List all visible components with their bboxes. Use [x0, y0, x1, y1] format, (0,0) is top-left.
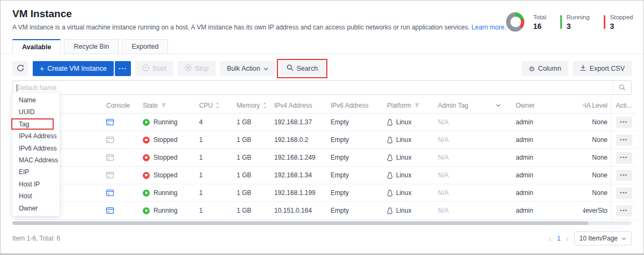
cell-cpu: 1: [199, 184, 237, 201]
stat-total: Total16: [533, 13, 546, 31]
stat-items: Total16Running3Stopped3Other0Recycle Bin…: [533, 10, 644, 34]
row-actions-button[interactable]: •••: [616, 117, 632, 128]
table-row: Running 4 1 GB 192.168.1.37 Empty Linux …: [12, 114, 636, 131]
input-search-icon[interactable]: [613, 83, 631, 92]
sort-icon[interactable]: [216, 102, 219, 109]
more-actions-button[interactable]: ···: [115, 61, 131, 76]
dropdown-item-host[interactable]: Host: [12, 190, 60, 202]
dropdown-item-eip[interactable]: EIP: [12, 166, 60, 178]
cell-platform: Linux: [387, 149, 438, 166]
filter-icon[interactable]: [161, 103, 166, 108]
search-input-wrapper[interactable]: [12, 80, 632, 95]
console-icon[interactable]: [106, 207, 114, 214]
page-title: VM Instance: [12, 8, 506, 20]
cell-platform: Linux: [387, 114, 438, 131]
search-row: [1, 80, 643, 95]
table-footer: Item 1-6, Total: 6 ‹ 1 › 10 Item/Page: [1, 231, 643, 245]
cell-ha-level: None: [583, 114, 611, 131]
state-icon: [143, 207, 150, 214]
console-icon[interactable]: [106, 190, 114, 196]
prev-page-arrow[interactable]: ‹: [549, 235, 552, 243]
chevron-down-icon[interactable]: [496, 104, 501, 107]
page-number[interactable]: 1: [557, 235, 561, 242]
row-actions-button[interactable]: •••: [616, 134, 632, 146]
table-row: Stopped 1 1 GB 192.168.1.34 Empty Linux …: [12, 167, 636, 184]
cell-console: [106, 184, 143, 201]
cell-console: [106, 114, 143, 131]
next-page-arrow[interactable]: ›: [566, 235, 569, 243]
cell-state: Stopped: [143, 167, 199, 184]
refresh-button[interactable]: [12, 61, 28, 76]
bulk-action-button[interactable]: Bulk Action: [220, 61, 275, 76]
cell-actions: •••: [611, 167, 636, 184]
filter-icon[interactable]: [414, 103, 420, 108]
row-actions-button[interactable]: •••: [616, 205, 632, 216]
dropdown-item-ipv6-address[interactable]: IPv6 Address: [12, 142, 60, 154]
dropdown-item-name[interactable]: Name: [12, 94, 60, 106]
col-header-console: Console: [106, 98, 143, 113]
row-actions-button[interactable]: •••: [616, 152, 632, 163]
cell-admin-tag: N/A: [438, 131, 516, 148]
cell-ipv4: 10.151.0.164: [274, 202, 331, 219]
col-header-platform[interactable]: Platform: [387, 98, 438, 113]
stat-label: Stopped: [610, 14, 633, 20]
dropdown-item-host-ip[interactable]: Host IP: [12, 178, 60, 190]
row-actions-button[interactable]: •••: [616, 188, 632, 199]
cell-ipv6: Empty: [331, 149, 387, 166]
linux-penguin-icon: [387, 172, 393, 179]
console-icon[interactable]: [106, 137, 114, 143]
cell-actions: •••: [611, 131, 636, 148]
start-button[interactable]: Start: [135, 61, 173, 76]
horizontal-scrollbar-thumb[interactable]: [12, 221, 588, 225]
cell-memory: 1 GB: [237, 202, 274, 219]
dropdown-item-uuid[interactable]: UUID: [12, 106, 60, 118]
dropdown-item-owner[interactable]: Owner: [12, 202, 60, 214]
col-header-actions: Acti...: [611, 98, 636, 113]
linux-penguin-icon: [387, 207, 393, 214]
tab-available[interactable]: Available: [12, 39, 61, 54]
stat-bar: [560, 15, 562, 29]
stop-button[interactable]: Stop: [178, 61, 216, 76]
cell-ipv4: 192.168.0.2: [274, 131, 331, 148]
cell-ipv4: 192.168.1.199: [274, 184, 331, 201]
plus-icon: +: [40, 65, 44, 72]
learn-more-link[interactable]: Learn more.: [472, 24, 507, 31]
search-button[interactable]: Search: [280, 61, 325, 76]
col-header-admin-tag[interactable]: Admin Tag: [438, 98, 516, 113]
cell-cpu: 1: [199, 131, 237, 148]
export-csv-button[interactable]: Export CSV: [573, 61, 632, 76]
cell-console: [106, 131, 143, 148]
col-header-cpu[interactable]: CPU: [199, 98, 237, 113]
sort-icon[interactable]: [263, 102, 267, 109]
page-header: VM Instance A VM instance is a virtual m…: [1, 1, 643, 34]
create-vm-instance-button[interactable]: + Create VM Instance: [33, 61, 114, 76]
vm-instance-page: VM Instance A VM instance is a virtual m…: [0, 0, 644, 255]
state-icon: [143, 119, 150, 126]
console-icon[interactable]: [106, 119, 114, 125]
search-input[interactable]: [13, 81, 613, 94]
dropdown-item-tag[interactable]: Tag: [12, 118, 60, 130]
stat-value: 3: [610, 22, 633, 31]
dropdown-item-ipv4-address[interactable]: IPv4 Address: [12, 130, 60, 142]
console-icon[interactable]: [106, 154, 114, 161]
row-actions-button[interactable]: •••: [616, 170, 632, 181]
tab-exported[interactable]: Exported: [122, 39, 168, 54]
cell-memory: 1 GB: [237, 114, 274, 131]
col-header-ipv4: IPv4 Address: [274, 98, 331, 113]
cell-owner: admin: [516, 149, 583, 166]
cell-ipv6: Empty: [331, 114, 387, 131]
column-button[interactable]: ⚙ Column: [522, 61, 568, 76]
cell-memory: 1 GB: [237, 184, 274, 201]
col-header-state[interactable]: State: [143, 98, 199, 113]
cell-actions: •••: [611, 114, 636, 131]
cell-cpu: 1: [199, 202, 237, 219]
dropdown-item-mac-address[interactable]: MAC Address: [12, 154, 60, 166]
col-header-memory[interactable]: Memory: [237, 98, 274, 113]
refresh-icon: [17, 64, 24, 73]
page-size-select[interactable]: 10 Item/Page: [574, 231, 632, 245]
console-icon[interactable]: [106, 172, 114, 178]
table-row: Running 1 1 GB 192.168.1.199 Empty Linux…: [12, 184, 636, 202]
tab-recycle-bin[interactable]: Recycle Bin: [64, 39, 119, 54]
cell-actions: •••: [611, 184, 636, 201]
col-header-ipv6: IPv6 Address: [331, 98, 387, 113]
